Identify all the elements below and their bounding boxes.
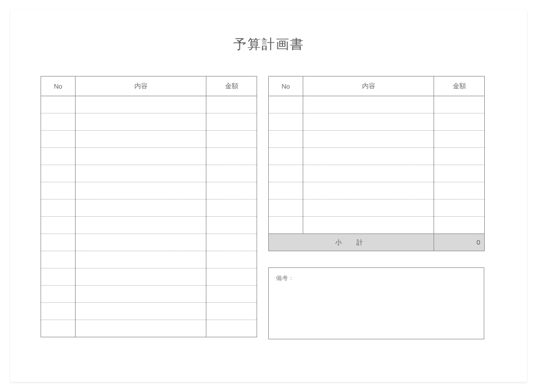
cell-desc[interactable] bbox=[76, 148, 206, 165]
cell-no[interactable] bbox=[41, 113, 76, 131]
cell-no[interactable] bbox=[41, 320, 76, 337]
table-row bbox=[41, 113, 257, 131]
cell-amount[interactable] bbox=[206, 234, 257, 251]
remarks-box[interactable]: 備考： bbox=[268, 267, 484, 339]
table-row bbox=[269, 200, 485, 217]
remarks-label: 備考： bbox=[276, 275, 294, 282]
cell-no[interactable] bbox=[41, 96, 76, 113]
cell-desc[interactable] bbox=[76, 113, 206, 131]
cell-desc[interactable] bbox=[303, 113, 434, 131]
cell-no[interactable] bbox=[41, 251, 76, 268]
page-title: 予算計画書 bbox=[41, 35, 496, 53]
table-row bbox=[41, 131, 257, 148]
cell-amount[interactable] bbox=[206, 96, 257, 113]
cell-desc[interactable] bbox=[76, 165, 206, 182]
left-column: No 内容 金額 bbox=[41, 76, 257, 339]
table-header-row: No 内容 金額 bbox=[269, 76, 485, 96]
table-row bbox=[269, 131, 485, 148]
header-no: No bbox=[41, 76, 76, 96]
table-row bbox=[269, 113, 485, 131]
cell-no[interactable] bbox=[269, 200, 303, 217]
header-description: 内容 bbox=[303, 76, 434, 96]
cell-desc[interactable] bbox=[303, 217, 434, 234]
cell-desc[interactable] bbox=[76, 303, 206, 320]
cell-desc[interactable] bbox=[76, 131, 206, 148]
cell-amount[interactable] bbox=[434, 113, 485, 131]
cell-amount[interactable] bbox=[434, 217, 485, 234]
table-row bbox=[41, 96, 257, 113]
cell-no[interactable] bbox=[41, 148, 76, 165]
cell-no[interactable] bbox=[41, 131, 76, 148]
cell-no[interactable] bbox=[269, 96, 303, 113]
cell-no[interactable] bbox=[41, 182, 76, 200]
cell-no[interactable] bbox=[269, 182, 303, 200]
cell-desc[interactable] bbox=[76, 320, 206, 337]
table-row bbox=[269, 165, 485, 182]
cell-no[interactable] bbox=[269, 131, 303, 148]
cell-amount[interactable] bbox=[434, 148, 485, 165]
cell-no[interactable] bbox=[269, 165, 303, 182]
table-row bbox=[41, 234, 257, 251]
document-page: 予算計画書 No 内容 金額 bbox=[10, 10, 527, 382]
cell-no[interactable] bbox=[41, 200, 76, 217]
cell-amount[interactable] bbox=[206, 268, 257, 286]
header-no: No bbox=[269, 76, 303, 96]
cell-amount[interactable] bbox=[434, 182, 485, 200]
cell-amount[interactable] bbox=[434, 131, 485, 148]
header-description: 内容 bbox=[76, 76, 206, 96]
table-row bbox=[41, 303, 257, 320]
cell-amount[interactable] bbox=[206, 148, 257, 165]
header-amount: 金額 bbox=[434, 76, 485, 96]
cell-desc[interactable] bbox=[303, 131, 434, 148]
cell-amount[interactable] bbox=[206, 251, 257, 268]
cell-amount[interactable] bbox=[206, 200, 257, 217]
cell-desc[interactable] bbox=[76, 96, 206, 113]
content-area: No 内容 金額 bbox=[41, 76, 496, 339]
table-header-row: No 内容 金額 bbox=[41, 76, 257, 96]
table-row bbox=[269, 96, 485, 113]
cell-desc[interactable] bbox=[303, 148, 434, 165]
cell-desc[interactable] bbox=[303, 165, 434, 182]
cell-no[interactable] bbox=[41, 303, 76, 320]
cell-desc[interactable] bbox=[76, 234, 206, 251]
cell-desc[interactable] bbox=[76, 200, 206, 217]
cell-no[interactable] bbox=[41, 217, 76, 234]
cell-amount[interactable] bbox=[206, 182, 257, 200]
header-amount: 金額 bbox=[206, 76, 257, 96]
table-row bbox=[269, 217, 485, 234]
budget-table-left: No 内容 金額 bbox=[41, 76, 257, 337]
cell-desc[interactable] bbox=[303, 200, 434, 217]
cell-no[interactable] bbox=[41, 286, 76, 303]
cell-no[interactable] bbox=[41, 234, 76, 251]
cell-amount[interactable] bbox=[206, 217, 257, 234]
table-row bbox=[41, 165, 257, 182]
cell-desc[interactable] bbox=[76, 182, 206, 200]
cell-amount[interactable] bbox=[206, 286, 257, 303]
cell-amount[interactable] bbox=[434, 96, 485, 113]
cell-amount[interactable] bbox=[206, 303, 257, 320]
cell-desc[interactable] bbox=[303, 182, 434, 200]
cell-no[interactable] bbox=[41, 165, 76, 182]
cell-amount[interactable] bbox=[434, 165, 485, 182]
cell-no[interactable] bbox=[41, 268, 76, 286]
table-row bbox=[41, 251, 257, 268]
cell-desc[interactable] bbox=[76, 286, 206, 303]
right-column: No 内容 金額 小 計 0 bbox=[268, 76, 485, 339]
table-row bbox=[41, 268, 257, 286]
cell-amount[interactable] bbox=[206, 113, 257, 131]
cell-no[interactable] bbox=[269, 113, 303, 131]
cell-desc[interactable] bbox=[76, 268, 206, 286]
cell-desc[interactable] bbox=[76, 251, 206, 268]
cell-amount[interactable] bbox=[434, 200, 485, 217]
cell-no[interactable] bbox=[269, 148, 303, 165]
cell-desc[interactable] bbox=[303, 96, 434, 113]
cell-no[interactable] bbox=[269, 217, 303, 234]
cell-amount[interactable] bbox=[206, 131, 257, 148]
cell-desc[interactable] bbox=[76, 217, 206, 234]
table-row bbox=[41, 286, 257, 303]
table-row bbox=[41, 200, 257, 217]
budget-table-right: No 内容 金額 小 計 0 bbox=[268, 76, 485, 251]
cell-amount[interactable] bbox=[206, 320, 257, 337]
cell-amount[interactable] bbox=[206, 165, 257, 182]
subtotal-value: 0 bbox=[434, 234, 485, 251]
